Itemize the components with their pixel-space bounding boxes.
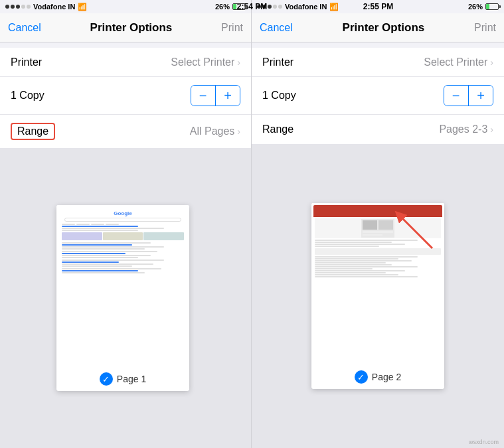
- watermark: wsxdn.com: [469, 439, 499, 445]
- dot3: [16, 5, 20, 9]
- form-section-left: Printer Select Printer › 1 Copy − + Rang…: [0, 48, 251, 148]
- search-result-title: [62, 226, 138, 227]
- svg-rect-1: [363, 220, 377, 230]
- checkmark-icon-2: ✓: [355, 370, 368, 384]
- signal-dots-left: [5, 5, 31, 9]
- battery-pct-right: 26%: [468, 3, 483, 11]
- status-bar-left: Vodafone IN 📶 2:54 PM 26%: [0, 0, 251, 13]
- status-left: Vodafone IN 📶: [5, 3, 87, 11]
- search-bar-mock: [64, 218, 181, 222]
- stepper-minus-left[interactable]: −: [191, 86, 215, 106]
- battery-fill-right: [486, 4, 489, 9]
- page2-content: [311, 203, 444, 366]
- rdot3: [268, 5, 272, 9]
- printer-row-right[interactable]: Printer Select Printer ›: [252, 48, 504, 77]
- copy-label-left: 1 Copy: [11, 90, 44, 102]
- svg-line-6: [399, 215, 432, 248]
- page1-content: Google: [56, 205, 189, 368]
- status-left-right: Vodafone IN 📶: [257, 3, 339, 11]
- checkmark-icon-1: ✓: [100, 372, 113, 386]
- page2-label: ✓ Page 2: [311, 366, 444, 389]
- battery-pct-left: 26%: [215, 3, 230, 11]
- cancel-button-right[interactable]: Cancel: [260, 22, 293, 34]
- page2-preview[interactable]: ✓ Page 2: [311, 203, 444, 389]
- time-right: 2:55 PM: [363, 2, 393, 11]
- copy-stepper-right[interactable]: − +: [444, 85, 494, 106]
- preview-area-right[interactable]: ✓ Page 2: [252, 144, 504, 448]
- status-right-left: 26%: [215, 3, 246, 11]
- form-section-right: Printer Select Printer › 1 Copy − + Rang…: [252, 48, 504, 144]
- range-label-left: Range: [11, 123, 55, 140]
- battery-fill-left: [233, 4, 236, 9]
- svg-rect-4: [363, 234, 382, 236]
- chevron-icon-printer-right: ›: [490, 57, 493, 68]
- img-row: [62, 232, 184, 240]
- stepper-plus-right[interactable]: +: [469, 86, 493, 106]
- chevron-icon-range-right: ›: [490, 124, 493, 135]
- status-right-right: 26%: [468, 3, 499, 11]
- wifi-icon-right: 📶: [329, 3, 339, 11]
- svg-rect-2: [378, 220, 393, 230]
- printer-label-left: Printer: [11, 56, 42, 68]
- print-button-left[interactable]: Print: [221, 22, 243, 34]
- nav-bar-right: Cancel Printer Options Print: [252, 13, 504, 42]
- range-row-left[interactable]: Range All Pages ›: [0, 115, 251, 148]
- carrier-left: Vodafone IN: [33, 3, 75, 11]
- page1-preview[interactable]: Google: [56, 205, 189, 391]
- rdot4: [273, 5, 277, 9]
- search-result-line2: [62, 230, 138, 231]
- svg-rect-3: [363, 231, 393, 233]
- cancel-button-left[interactable]: Cancel: [8, 22, 41, 34]
- battery-icon-left: [232, 3, 246, 10]
- google-logo: Google: [59, 210, 187, 216]
- preview-area-left[interactable]: Google: [0, 148, 251, 448]
- printer-label-right: Printer: [262, 56, 294, 68]
- cal-image-svg: [361, 219, 394, 238]
- printer-value-right: Select Printer ›: [424, 56, 493, 68]
- search-result-line1: [62, 228, 164, 229]
- dot2: [11, 5, 15, 9]
- range-value-right: Pages 2-3 ›: [439, 123, 493, 135]
- page1-label: ✓ Page 1: [56, 368, 189, 391]
- nav-bar-left: Cancel Printer Options Print: [0, 13, 251, 42]
- stepper-minus-right[interactable]: −: [444, 86, 468, 106]
- copy-stepper-left[interactable]: − +: [191, 85, 241, 106]
- left-panel: Vodafone IN 📶 2:54 PM 26% Cancel Printer…: [0, 0, 252, 448]
- battery-icon-right: [485, 3, 499, 10]
- range-label-right: Range: [262, 123, 294, 135]
- right-panel: Vodafone IN 📶 2:55 PM 26% Cancel Printer…: [252, 0, 504, 448]
- rdot5: [278, 5, 282, 9]
- wifi-icon-left: 📶: [78, 3, 87, 11]
- copy-row-right: 1 Copy − +: [252, 77, 504, 115]
- print-button-right[interactable]: Print: [474, 22, 496, 34]
- chevron-icon-range-left: ›: [237, 126, 240, 137]
- dot5: [27, 5, 31, 9]
- carrier-right: Vodafone IN: [285, 3, 327, 11]
- copy-row-left: 1 Copy − +: [0, 77, 251, 115]
- copy-label-right: 1 Copy: [262, 90, 296, 102]
- google-mockup: Google: [56, 205, 189, 368]
- printer-value-left: Select Printer ›: [171, 56, 240, 68]
- nav-title-right: Printer Options: [343, 21, 425, 35]
- range-value-left: All Pages ›: [190, 125, 240, 137]
- arrow-svg: [392, 208, 439, 255]
- printer-row-left[interactable]: Printer Select Printer ›: [0, 48, 251, 77]
- chevron-icon-printer-left: ›: [237, 57, 240, 68]
- range-row-right[interactable]: Range Pages 2-3 ›: [252, 115, 504, 144]
- dot4: [21, 5, 25, 9]
- stepper-plus-left[interactable]: +: [216, 86, 240, 106]
- dot1: [5, 5, 9, 9]
- status-bar-right: Vodafone IN 📶 2:55 PM 26%: [252, 0, 504, 13]
- nav-title-left: Printer Options: [90, 21, 173, 35]
